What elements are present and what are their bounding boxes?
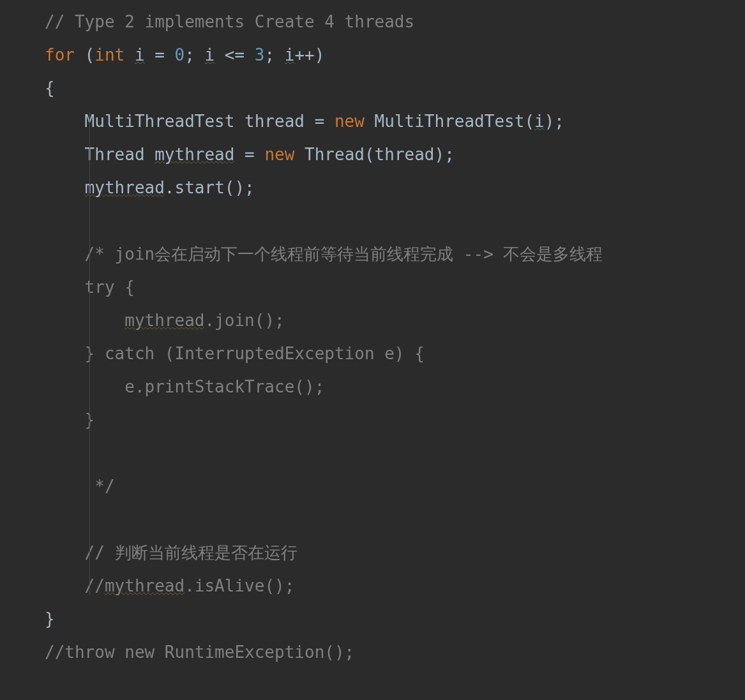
code-text: =: [234, 145, 264, 164]
comment-line: // 判断当前线程是否在运行: [45, 543, 297, 562]
keyword-new: new: [264, 145, 294, 164]
comment-line: //: [45, 576, 105, 595]
var-mythread: mythread: [154, 145, 234, 164]
number-three: 3: [255, 45, 265, 64]
comment-line: //throw new RuntimeException();: [45, 643, 354, 662]
var-i: i: [285, 45, 295, 64]
var-i: i: [135, 45, 145, 64]
code-text: );: [545, 112, 564, 131]
number-zero: 0: [175, 45, 185, 64]
comment-block: }: [45, 410, 94, 429]
semicolon: ;: [264, 45, 284, 64]
code-text: MultiThreadTest(: [365, 112, 534, 131]
semicolon: ;: [184, 45, 204, 64]
code-editor[interactable]: // Type 2 implements Create 4 threads fo…: [0, 5, 745, 669]
op-lte: <=: [214, 45, 255, 64]
var-mythread: mythread: [105, 576, 184, 595]
op-inc: ++): [294, 45, 324, 64]
comment-block-close: */: [45, 477, 115, 496]
comment-block: /* join会在启动下一个线程前等待当前线程完成 --> 不会是多线程: [45, 244, 603, 264]
keyword-int: int: [94, 45, 124, 64]
brace-open: {: [45, 78, 55, 98]
comment-block: } catch (InterruptedException e) {: [45, 344, 425, 363]
keyword-for: for: [45, 45, 75, 64]
indent-guide: [89, 112, 90, 595]
var-mythread: mythread: [85, 178, 165, 197]
var-mythread: mythread: [124, 311, 204, 330]
paren-open: (: [75, 45, 94, 64]
var-i: i: [534, 112, 545, 131]
indent: [45, 178, 85, 197]
comment-block: e.printStackTrace();: [45, 377, 324, 396]
keyword-new: new: [335, 112, 365, 131]
code-text: MultiThreadTest thread =: [45, 112, 335, 131]
comment-block: .join();: [204, 311, 284, 330]
comment-line: // Type 2 implements Create 4 threads: [45, 12, 414, 31]
code-text: .start();: [165, 178, 255, 197]
comment-line: .isAlive();: [184, 576, 294, 595]
space: [124, 45, 135, 64]
op-assign: =: [145, 45, 175, 64]
comment-block: [45, 311, 124, 330]
var-i: i: [205, 45, 215, 64]
brace-close: }: [45, 609, 55, 629]
code-text: Thread: [45, 145, 154, 164]
code-text: Thread(thread);: [294, 145, 454, 164]
